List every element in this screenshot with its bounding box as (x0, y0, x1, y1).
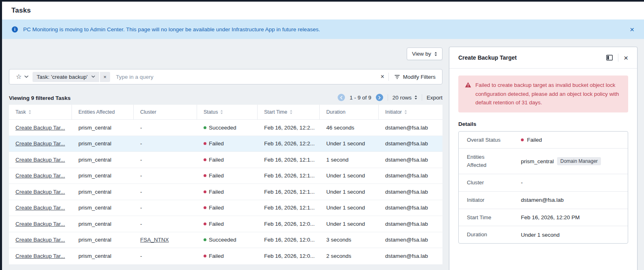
duration-cell: Under 1 second (320, 189, 379, 195)
banner-close-icon[interactable]: × (630, 26, 634, 33)
status-dot-icon (204, 142, 206, 145)
detail-value-text: dstamen@fsa.lab (521, 197, 564, 203)
task-link[interactable]: Create Backup Tar... (15, 237, 65, 243)
detail-value: Failed (521, 137, 542, 143)
column-header[interactable]: Entities Affected (72, 105, 134, 119)
previous-page-button[interactable] (338, 94, 345, 101)
cluster-cell: - (134, 125, 197, 131)
task-link[interactable]: Create Backup Tar... (15, 221, 65, 227)
rows-per-page-value: 20 rows (392, 95, 412, 101)
table-row[interactable]: Create Backup Tar... prism_central - Fai… (9, 248, 442, 264)
toolbar-row: View by (9, 39, 442, 69)
expand-panel-button[interactable] (606, 55, 613, 60)
column-header[interactable]: Task (9, 105, 72, 119)
view-by-button[interactable]: View by (407, 48, 442, 60)
details-box: Overall Status Failed Entities Affected … (458, 131, 628, 244)
duration-cell: Under 1 second (320, 173, 379, 179)
sort-updown-icon (414, 95, 417, 99)
detail-label: Duration (467, 231, 521, 239)
details-panel: Create Backup Target × Failed to create … (449, 47, 637, 270)
saved-queries-dropdown[interactable]: ☆ (14, 73, 33, 80)
entities-affected-cell: prism_central (72, 125, 134, 131)
task-link[interactable]: Create Backup Tar... (15, 125, 65, 131)
filter-chip-label: Task: 'create backup' (37, 74, 87, 80)
table-row[interactable]: Create Backup Tar... prism_central - Fai… (9, 152, 442, 168)
filter-chip[interactable]: Task: 'create backup' × (33, 72, 110, 82)
column-header[interactable]: Status (197, 105, 258, 119)
status-label: Failed (209, 253, 224, 259)
status-label: Succeeded (209, 237, 236, 243)
warning-icon (465, 82, 471, 88)
status-label: Failed (209, 140, 224, 147)
query-input[interactable] (115, 73, 376, 80)
entities-affected-cell: prism_central (72, 173, 134, 179)
table-body: Create Backup Tar... prism_central - Suc… (9, 120, 442, 264)
next-page-button[interactable] (376, 94, 383, 101)
detail-value: Under 1 second (521, 232, 559, 238)
entities-affected-cell: prism_central (72, 221, 134, 227)
duration-cell: 2 seconds (320, 253, 379, 259)
close-panel-icon[interactable]: × (624, 54, 628, 62)
expand-panel-icon (606, 55, 613, 60)
cluster-cell: - (134, 221, 197, 227)
task-link[interactable]: Create Backup Tar... (15, 205, 65, 211)
rows-per-page-selector[interactable]: 20 rows (392, 95, 417, 101)
error-alert-text: Failed to create backup target as invali… (475, 81, 622, 107)
cluster-link[interactable]: FSA_NTNX (140, 237, 169, 243)
column-header[interactable]: Cluster (134, 105, 197, 119)
cluster-cell: - (134, 189, 197, 195)
status-label: Failed (209, 221, 224, 227)
status-label: Failed (209, 173, 224, 179)
status-label: Succeeded (209, 125, 236, 131)
task-link[interactable]: Create Backup Tar... (15, 253, 65, 259)
divider (422, 94, 422, 101)
detail-label: Initiator (467, 196, 521, 204)
banner-text: PC Monitoring is moving to Admin Center.… (23, 26, 320, 32)
detail-value: - (521, 179, 523, 186)
detail-label: Cluster (467, 179, 521, 187)
error-alert: Failed to create backup target as invali… (458, 76, 628, 112)
filter-chip-remove-icon[interactable]: × (100, 72, 111, 82)
table-row[interactable]: Create Backup Tar... prism_central - Fai… (9, 136, 442, 152)
status-label: Failed (209, 205, 224, 211)
cluster-cell: - (134, 205, 197, 211)
column-header-label: Cluster (140, 109, 156, 115)
chevron-right-icon (378, 96, 381, 99)
column-header[interactable]: Start Time (258, 105, 320, 119)
task-link[interactable]: Create Backup Tar... (15, 157, 65, 163)
detail-value: dstamen@fsa.lab (521, 197, 564, 203)
clear-query-icon[interactable]: × (376, 73, 388, 80)
cluster-cell: - (134, 157, 197, 163)
start-time-cell: Feb 16, 2026, 12:1... (258, 157, 320, 163)
status-dot-icon (204, 126, 206, 129)
tasks-main: View by ☆ Task: 'create backup' × × Modi… (9, 39, 442, 264)
detail-row: Initiator dstamen@fsa.lab (459, 192, 628, 209)
table-row[interactable]: Create Backup Tar... prism_central - Suc… (9, 120, 442, 136)
initiator-cell: dstamen@fsa.lab (379, 253, 442, 259)
filter-icon (395, 75, 400, 79)
detail-row: Duration Under 1 second (459, 226, 628, 243)
task-link[interactable]: Create Backup Tar... (15, 173, 65, 179)
entities-affected-cell: prism_central (72, 237, 134, 243)
task-link[interactable]: Create Backup Tar... (15, 140, 65, 147)
status-label: Failed (209, 157, 224, 163)
initiator-cell: dstamen@fsa.lab (379, 157, 442, 163)
export-button[interactable]: Export (427, 95, 442, 101)
status-cell: Succeeded (204, 237, 258, 243)
column-header[interactable]: Duration (320, 105, 379, 119)
status-dot-icon (204, 174, 206, 177)
table-row[interactable]: Create Backup Tar... prism_central - Fai… (9, 184, 442, 200)
modify-filters-button[interactable]: Modify Filters (389, 74, 437, 80)
task-link[interactable]: Create Backup Tar... (15, 189, 65, 195)
table-row[interactable]: Create Backup Tar... prism_central - Fai… (9, 216, 442, 232)
table-row[interactable]: Create Backup Tar... prism_central - Fai… (9, 168, 442, 184)
status-cell: Failed (204, 205, 258, 211)
column-header[interactable]: Initiator (379, 105, 442, 119)
table-row[interactable]: Create Backup Tar... prism_central - Fai… (9, 200, 442, 216)
initiator-cell: dstamen@fsa.lab (379, 189, 442, 195)
entities-affected-cell: prism_central (72, 189, 134, 195)
cluster-cell: - (134, 253, 197, 259)
table-row[interactable]: Create Backup Tar... prism_central FSA_N… (9, 232, 442, 248)
detail-value-text: - (521, 179, 523, 186)
duration-cell: 1 second (320, 157, 379, 163)
